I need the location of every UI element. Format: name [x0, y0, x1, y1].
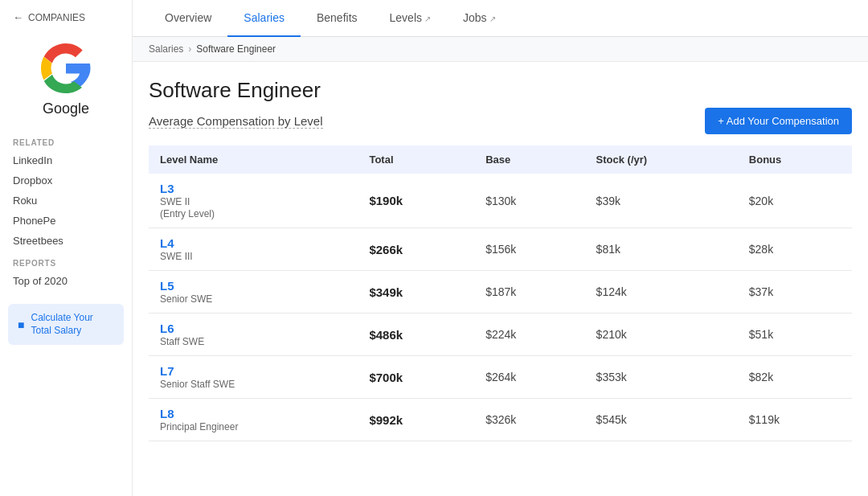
bonus-cell: $37k	[738, 271, 852, 314]
base-cell: $264k	[474, 356, 584, 399]
section-header: Average Compensation by Level + Add Your…	[149, 108, 852, 134]
table-row: L3 SWE II (Entry Level) $190k $130k $39k…	[149, 174, 852, 228]
bonus-cell: $28k	[738, 228, 852, 271]
bonus-cell: $51k	[738, 314, 852, 356]
table-row: L7 Senior Staff SWE $700k $264k $353k $8…	[149, 356, 852, 399]
stock-cell: $545k	[585, 399, 738, 441]
base-cell: $187k	[474, 271, 584, 314]
external-link-icon: ↗	[424, 14, 431, 23]
table-row: L8 Principal Engineer $992k $326k $545k …	[149, 399, 852, 441]
cta-text: Calculate Your Total Salary	[31, 312, 114, 337]
base-cell: $156k	[474, 228, 584, 271]
stock-cell: $81k	[585, 228, 738, 271]
table-row: L6 Staff SWE $486k $224k $210k $51k	[149, 314, 852, 356]
col-total: Total	[358, 146, 474, 174]
total-cell: $700k	[358, 356, 474, 399]
calculator-icon: ■	[18, 318, 24, 331]
col-base: Base	[474, 146, 584, 174]
page-title: Software Engineer	[149, 78, 852, 103]
base-cell: $326k	[474, 399, 584, 441]
level-desc-l3-1: SWE II	[160, 196, 346, 207]
add-compensation-button[interactable]: + Add Your Compensation	[705, 108, 852, 134]
table-header: Level Name Total Base Stock (/yr) Bonus	[149, 146, 852, 174]
level-desc-l5: Senior SWE	[160, 293, 346, 305]
tab-levels[interactable]: Levels↗	[374, 0, 447, 37]
level-link-l8[interactable]: L8	[160, 407, 174, 420]
sidebar: ← COMPANIES Google RELATED LinkedIn Drop…	[0, 0, 133, 496]
tab-bar: Overview Salaries Benefits Levels↗ Jobs↗	[133, 0, 868, 37]
tab-benefits[interactable]: Benefits	[301, 0, 374, 37]
bonus-cell: $82k	[738, 356, 852, 399]
bonus-cell: $20k	[738, 174, 852, 228]
reports-link-top2020[interactable]: Top of 2020	[0, 271, 132, 291]
level-cell: L5 Senior SWE	[149, 271, 358, 314]
total-cell: $190k	[358, 174, 474, 228]
tab-salaries[interactable]: Salaries	[227, 0, 301, 37]
base-cell: $130k	[474, 174, 584, 228]
stock-cell: $124k	[585, 271, 738, 314]
level-cell: L7 Senior Staff SWE	[149, 356, 358, 399]
stock-cell: $353k	[585, 356, 738, 399]
breadcrumb-current: Software Engineer	[196, 43, 276, 55]
level-cell: L4 SWE III	[149, 228, 358, 271]
level-desc-l7: Senior Staff SWE	[160, 379, 346, 390]
bonus-cell: $119k	[738, 399, 852, 441]
level-link-l3[interactable]: L3	[160, 182, 174, 195]
col-bonus: Bonus	[738, 146, 852, 174]
level-cell: L8 Principal Engineer	[149, 399, 358, 441]
total-cell: $486k	[358, 314, 474, 356]
table-row: L4 SWE III $266k $156k $81k $28k	[149, 228, 852, 271]
company-name: Google	[43, 100, 89, 117]
level-desc-l3-2: (Entry Level)	[160, 208, 346, 219]
total-cell: $349k	[358, 271, 474, 314]
total-cell: $992k	[358, 399, 474, 441]
table-body: L3 SWE II (Entry Level) $190k $130k $39k…	[149, 174, 852, 441]
col-stock: Stock (/yr)	[585, 146, 738, 174]
content-area: Software Engineer Average Compensation b…	[133, 62, 868, 496]
company-logo-area: Google	[0, 35, 132, 130]
breadcrumb-parent[interactable]: Salaries	[149, 43, 183, 55]
stock-cell: $210k	[585, 314, 738, 356]
related-link-dropbox[interactable]: Dropbox	[0, 170, 132, 191]
level-cell: L6 Staff SWE	[149, 314, 358, 356]
avg-comp-label: Average Compensation by Level	[149, 114, 323, 129]
related-link-streetbees[interactable]: Streetbees	[0, 231, 132, 251]
back-arrow-icon: ←	[13, 11, 23, 23]
google-logo-icon	[40, 43, 92, 94]
calculate-salary-cta[interactable]: ■ Calculate Your Total Salary	[8, 304, 124, 345]
tab-overview[interactable]: Overview	[149, 0, 227, 37]
external-link-icon: ↗	[489, 14, 496, 23]
breadcrumb: Salaries › Software Engineer	[133, 37, 868, 62]
level-link-l5[interactable]: L5	[160, 279, 174, 293]
tab-jobs[interactable]: Jobs↗	[447, 0, 512, 37]
related-link-phonepe[interactable]: PhonePe	[0, 211, 132, 231]
stock-cell: $39k	[585, 174, 738, 228]
related-link-roku[interactable]: Roku	[0, 191, 132, 211]
table-row: L5 Senior SWE $349k $187k $124k $37k	[149, 271, 852, 314]
level-cell: L3 SWE II (Entry Level)	[149, 174, 358, 228]
total-cell: $266k	[358, 228, 474, 271]
level-desc-l6: Staff SWE	[160, 336, 346, 347]
related-section-label: RELATED	[0, 130, 132, 150]
level-desc-l8: Principal Engineer	[160, 421, 346, 432]
level-desc-l4: SWE III	[160, 251, 346, 262]
level-link-l6[interactable]: L6	[160, 322, 174, 335]
reports-section-label: REPORTS	[0, 251, 132, 271]
base-cell: $224k	[474, 314, 584, 356]
breadcrumb-separator: ›	[188, 43, 191, 55]
back-label: COMPANIES	[28, 12, 85, 23]
level-link-l4[interactable]: L4	[160, 236, 174, 250]
salary-table: Level Name Total Base Stock (/yr) Bonus …	[149, 146, 852, 441]
main-content: Overview Salaries Benefits Levels↗ Jobs↗…	[133, 0, 868, 496]
level-link-l7[interactable]: L7	[160, 364, 174, 378]
back-to-companies[interactable]: ← COMPANIES	[0, 0, 132, 35]
related-link-linkedin[interactable]: LinkedIn	[0, 150, 132, 170]
col-level-name: Level Name	[149, 146, 358, 174]
